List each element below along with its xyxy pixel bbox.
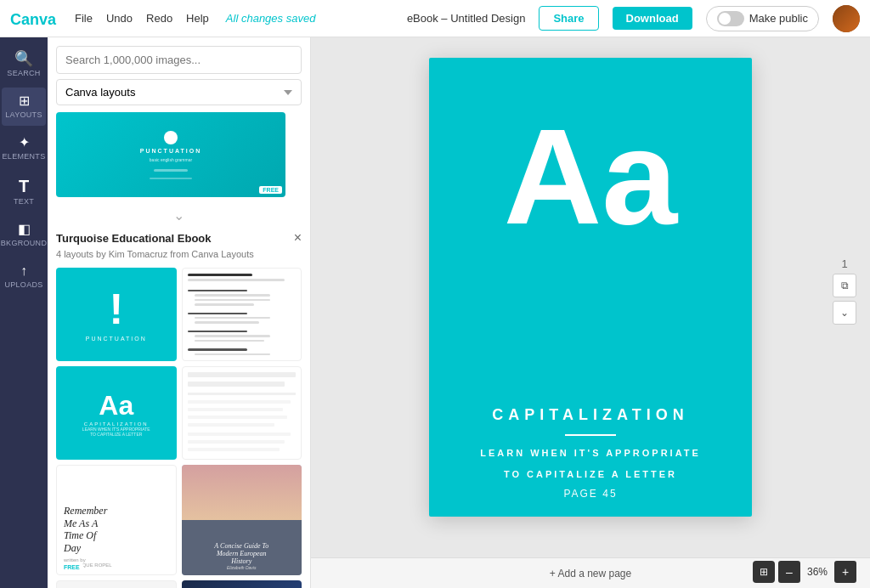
canvas-page-number: PAGE 45	[563, 488, 617, 500]
zoom-controls: ⊞ – 36% +	[753, 561, 856, 583]
download-button[interactable]: Download	[613, 7, 692, 30]
saved-indicator: All changes saved	[226, 12, 316, 25]
sidebar-item-layouts[interactable]: ⊞ LAYOUTS	[2, 88, 46, 126]
page-action-top[interactable]: ⧉	[833, 274, 856, 297]
zoom-level-display: 36%	[804, 566, 831, 578]
uploads-icon: ↑	[20, 264, 27, 278]
menu-file[interactable]: File	[75, 12, 93, 25]
toggle-switch	[717, 11, 744, 26]
canvas-divider	[565, 434, 616, 436]
bottom-bar: + Add a new page ⊞ – 36% +	[311, 557, 870, 588]
template-thumb-remember[interactable]: RememberMe As ATime OfDay written byDOMI…	[56, 465, 177, 575]
menu-redo[interactable]: Redo	[146, 12, 172, 25]
top-preview-area: PUNCTUATION basic english grammar FREE	[48, 112, 310, 204]
template-grid: ! PUNCTUATION	[56, 268, 302, 588]
collapse-row: ⌄	[48, 204, 310, 230]
template-thumb-exclamation[interactable]: ! PUNCTUATION	[56, 268, 177, 361]
main-area: 🔍 SEARCH ⊞ LAYOUTS ✦ ELEMENTS T TEXT ◧ B…	[0, 37, 870, 588]
background-icon: ◧	[18, 223, 31, 236]
canvas-subtitle-2: TO CAPITALIZE A LETTER	[504, 467, 677, 483]
template-thumb-news[interactable]	[182, 366, 302, 460]
top-bar: Canva File Undo Redo Help All changes sa…	[0, 0, 870, 37]
design-canvas[interactable]: Aa CAPITALIZATION LEARN WHEN IT'S APPROP…	[429, 58, 752, 517]
collapse-toggle[interactable]: ⌄	[173, 207, 184, 223]
page-indicator: 1 ⧉ ⌄	[833, 257, 856, 325]
page-number-label: 1	[841, 257, 847, 270]
menu-help[interactable]: Help	[186, 12, 209, 25]
doc-title: eBook – Untitled Design	[407, 12, 525, 25]
canvas-title: CAPITALIZATION	[492, 406, 688, 424]
menu-undo[interactable]: Undo	[106, 12, 133, 25]
monitor-view-button[interactable]: ⊞	[753, 561, 775, 583]
canvas-wrapper: Aa CAPITALIZATION LEARN WHEN IT'S APPROP…	[429, 58, 752, 517]
sidebar-item-search[interactable]: 🔍 SEARCH	[2, 44, 46, 84]
text-icon: T	[19, 178, 29, 195]
share-button[interactable]: Share	[539, 6, 598, 31]
sidebar-background-label: BKGROUND	[1, 239, 47, 247]
canvas-bottom-section: CAPITALIZATION LEARN WHEN IT'S APPROPRIA…	[480, 406, 701, 483]
avatar[interactable]	[833, 5, 860, 32]
template-subtitle: 4 layouts by Kim Tomacruz from Canva Lay…	[56, 249, 302, 259]
sidebar-item-uploads[interactable]: ↑ UPLOADS	[2, 257, 46, 296]
sidebar-item-text[interactable]: T TEXT	[2, 171, 46, 212]
thumb-circle	[164, 131, 178, 144]
canvas-area: Aa CAPITALIZATION LEARN WHEN IT'S APPROP…	[311, 37, 870, 588]
search-icon: 🔍	[14, 51, 33, 66]
template-header: Turquoise Educational Ebook ×	[56, 230, 302, 246]
page-action-bottom[interactable]: ⌄	[833, 301, 856, 325]
sidebar-search-label: SEARCH	[7, 69, 40, 77]
zoom-in-button[interactable]: +	[834, 561, 856, 583]
layouts-icon: ⊞	[19, 94, 30, 108]
sidebar-icons: 🔍 SEARCH ⊞ LAYOUTS ✦ ELEMENTS T TEXT ◧ B…	[0, 37, 48, 588]
sidebar-item-elements[interactable]: ✦ ELEMENTS	[2, 129, 46, 167]
template-thumb-list[interactable]	[182, 268, 302, 361]
template-thumb-history[interactable]: A Concise Guide ToModern EuropeanHistory…	[182, 465, 302, 575]
sidebar-item-background[interactable]: ◧ BKGROUND	[2, 216, 46, 254]
close-template-button[interactable]: ×	[294, 230, 302, 246]
top-preview-thumb[interactable]: PUNCTUATION basic english grammar FREE	[56, 112, 285, 197]
search-bar-container	[48, 37, 310, 79]
template-section: Turquoise Educational Ebook × 4 layouts …	[48, 230, 310, 588]
dropdown-row: Canva layouts My layouts Uploaded layout…	[48, 79, 310, 112]
sidebar-uploads-label: UPLOADS	[4, 280, 42, 289]
add-page-label: + Add a new page	[550, 568, 631, 580]
template-thumb-ref1[interactable]: RÉNÉ MILLER NOTES notebook series	[56, 580, 177, 588]
layout-dropdown[interactable]: Canva layouts My layouts Uploaded layout…	[56, 79, 302, 105]
left-panel: Canva layouts My layouts Uploaded layout…	[48, 37, 311, 588]
search-input[interactable]	[56, 46, 302, 74]
template-thumb-ref2[interactable]: BIELT ARTSMAGAZINEISSUE	[182, 580, 302, 588]
free-badge: FREE	[259, 186, 282, 194]
zoom-out-button[interactable]: –	[778, 561, 800, 583]
template-thumb-aa[interactable]: Aa CAPITALIZATION LEARN WHEN IT'S APPROP…	[56, 366, 177, 460]
sidebar-layouts-label: LAYOUTS	[5, 110, 42, 119]
svg-text:Canva: Canva	[10, 11, 57, 28]
sidebar-elements-label: ELEMENTS	[3, 152, 46, 161]
make-public-label: Make public	[749, 12, 808, 25]
template-title: Turquoise Educational Ebook	[56, 232, 212, 245]
canva-logo[interactable]: Canva	[10, 9, 61, 28]
free-badge-remember: FREE	[60, 563, 83, 571]
add-page-button[interactable]: + Add a new page	[550, 568, 631, 580]
top-menu: File Undo Redo Help All changes saved	[75, 12, 315, 25]
canvas-subtitle-1: LEARN WHEN IT'S APPROPRIATE	[480, 446, 701, 461]
sidebar-text-label: TEXT	[14, 197, 34, 206]
elements-icon: ✦	[19, 136, 30, 150]
canvas-main-letter: Aa	[504, 109, 678, 245]
make-public-button[interactable]: Make public	[706, 6, 819, 31]
